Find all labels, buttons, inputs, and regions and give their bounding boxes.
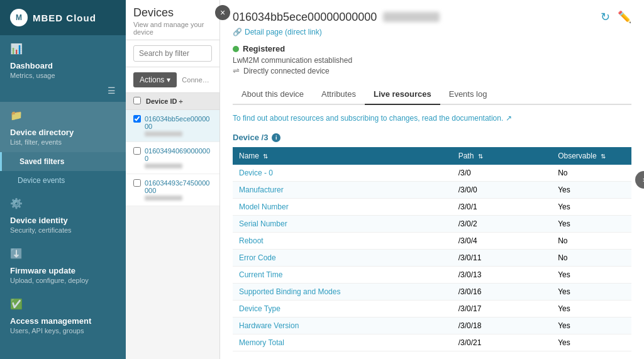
cell-name: Manufacturer (233, 182, 452, 199)
device-header: 016034bb5ece00000000000 ↻ ✏️ (233, 10, 631, 24)
table-row: Error Code /3/0/11 No (233, 250, 631, 267)
resource-name-link[interactable]: Serial Number (239, 219, 287, 228)
resource-name-link[interactable]: Reboot (239, 236, 264, 245)
connected-text: Connected o (182, 76, 212, 84)
sidebar-item-access-management[interactable]: ✅ Access management Users, API keys, gro… (0, 290, 126, 341)
resource-name-link[interactable]: Device Type (239, 304, 280, 313)
device-identity-label: Device identity (10, 216, 72, 225)
firmware-update-sub: Upload, configure, deploy (10, 277, 89, 284)
status-label: Registered (243, 44, 285, 53)
doc-link-anchor[interactable]: To find out about resources and subscrib… (233, 114, 512, 123)
cell-path: /3/0/1 (452, 199, 552, 216)
actions-chevron-icon: ▾ (167, 75, 170, 84)
cell-name: Reboot (233, 233, 452, 250)
cell-path: /3/0 (452, 165, 552, 182)
sidebar-item-dashboard[interactable]: 📊 Dashboard Metrics, usage ☰ (0, 35, 126, 102)
table-row: Device Type /3/0/17 Yes (233, 301, 631, 318)
tab-about[interactable]: About this device (233, 84, 313, 105)
resource-name-link[interactable]: Error Code (239, 253, 276, 262)
table-row: Current Time /3/0/13 Yes (233, 267, 631, 284)
detail-link[interactable]: 🔗 Detail page (direct link) (233, 28, 631, 36)
sidebar-item-device-events[interactable]: Device events (0, 171, 126, 190)
cell-observable: No (552, 233, 631, 250)
hamburger-icon[interactable]: ☰ (108, 86, 116, 96)
sidebar-item-device-identity[interactable]: ⚙️ Device identity Security, certificate… (0, 190, 126, 240)
sidebar-item-device-directory[interactable]: 📁 Device directory List, filter, events (0, 102, 126, 152)
close-panel-button[interactable]: × (215, 5, 230, 20)
cell-path: /3/0/0 (452, 182, 552, 199)
device-id-column-header[interactable]: Device ID ÷ (146, 97, 183, 105)
resource-name-link[interactable]: Hardware Version (239, 321, 299, 330)
device-checkbox-2[interactable] (133, 179, 141, 187)
device-row[interactable]: 016034940690000000 (126, 142, 219, 174)
header-actions: ↻ ✏️ (601, 10, 631, 24)
device-checkbox-0[interactable] (133, 115, 141, 123)
resource-name-link[interactable]: Model Number (239, 202, 289, 211)
refresh-button[interactable]: ↻ (601, 10, 610, 24)
select-all-checkbox[interactable] (133, 97, 141, 104)
col-observable-device3[interactable]: Observable ⇅ (552, 147, 631, 165)
table-row: Serial Number /3/0/2 Yes (233, 216, 631, 233)
resource-name-link[interactable]: Manufacturer (239, 185, 284, 194)
device-id-1: 016034940690000000 (145, 147, 212, 162)
tab-attributes[interactable]: Attributes (313, 84, 365, 105)
device-row[interactable]: 016034493c7450000000 (126, 174, 219, 206)
panels-wrapper: Devices View and manage your device Acti… (126, 0, 644, 359)
device-directory-icon: 📁 (10, 109, 23, 121)
dashboard-label: Dashboard (10, 61, 55, 70)
device-sub-0 (145, 131, 182, 136)
doc-link-text: To find out about resources and subscrib… (233, 114, 503, 123)
col-name-device3[interactable]: Name ⇅ (233, 147, 452, 165)
access-management-label: Access management (10, 316, 91, 326)
device-checkbox-1[interactable] (133, 147, 141, 155)
tab-live-resources[interactable]: Live resources (365, 84, 440, 105)
device-sub-2 (145, 196, 182, 201)
resource-name-link[interactable]: Supported Binding and Modes (239, 287, 340, 296)
actions-bar: Actions ▾ Connected o (126, 67, 219, 93)
resource-name-link[interactable]: Current Time (239, 270, 282, 279)
cell-observable: No (552, 250, 631, 267)
status-section: Registered LwM2M communication establish… (233, 44, 631, 75)
panel-desc: View and manage your device (133, 21, 212, 36)
detail-link-text: Detail page (direct link) (245, 28, 322, 36)
sidebar-item-saved-filters[interactable]: Saved filters (0, 152, 126, 171)
cell-name: Device - 0 (233, 165, 452, 182)
cell-observable: Yes (552, 182, 631, 199)
cell-path: /3/0/4 (452, 233, 552, 250)
link-icon: 🔗 (233, 28, 242, 36)
cell-observable: Yes (552, 334, 631, 351)
status-badge: Registered (233, 44, 631, 53)
search-input[interactable] (133, 45, 212, 62)
device-identity-sub: Security, certificates (10, 226, 72, 234)
cell-observable: Yes (552, 301, 631, 318)
doc-link: To find out about resources and subscrib… (233, 114, 631, 123)
cell-name: Serial Number (233, 216, 452, 233)
resource-name-link[interactable]: Device - 0 (239, 168, 273, 177)
device-id-2: 016034493c7450000000 (145, 179, 212, 194)
info-icon-device3[interactable]: i (272, 133, 280, 142)
device-row[interactable]: 016034bb5ece0000000 (126, 110, 219, 142)
main-content: 016034bb5ece00000000000 ↻ ✏️ 🔗 Detail pa… (220, 0, 644, 359)
access-management-icon: ✅ (10, 298, 23, 310)
device-identity-icon: ⚙️ (10, 197, 23, 209)
sort-name-icon: ⇅ (263, 153, 268, 160)
tab-events-log[interactable]: Events log (440, 84, 496, 105)
sort-path-icon: ⇅ (478, 153, 483, 160)
sidebar-item-firmware-update[interactable]: ⬇️ Firmware update Upload, configure, de… (0, 240, 126, 290)
refresh-icon: ↻ (601, 11, 610, 23)
device-id-masked (383, 12, 440, 22)
actions-button[interactable]: Actions ▾ (133, 72, 177, 87)
device-directory-sub: List, filter, events (10, 138, 74, 146)
cell-observable: Yes (552, 318, 631, 334)
edit-button[interactable]: ✏️ (618, 10, 631, 24)
actions-label: Actions (140, 75, 164, 84)
col-path-device3[interactable]: Path ⇅ (452, 147, 552, 165)
firmware-update-label: Firmware update (10, 266, 89, 275)
resource-name-link[interactable]: Memory Total (239, 338, 284, 347)
external-link-icon: ↗ (506, 114, 512, 123)
cell-path: /3/0/13 (452, 267, 552, 284)
tabs: About this device Attributes Live resour… (233, 84, 631, 105)
cell-path: /3/0/17 (452, 301, 552, 318)
cell-name: Device Type (233, 301, 452, 318)
cell-observable: No (552, 165, 631, 182)
